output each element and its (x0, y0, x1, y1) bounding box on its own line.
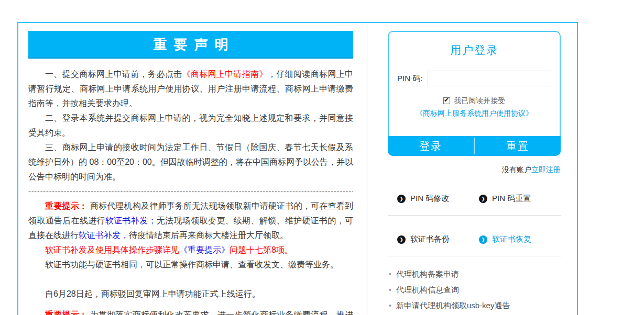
bullet-icon: • (389, 301, 391, 310)
bullet-icon: • (389, 286, 391, 294)
vertical-divider (367, 23, 367, 315)
no-account-text: 没有账户 (502, 165, 531, 174)
agency-link-item[interactable]: •代理机构信息查询 (389, 282, 561, 298)
quick-links: ❯PIN 码修改❯PIN 码重置❯软证书备份❯软证书恢复 (388, 194, 561, 256)
declaration-content: 一、提交商标网上申请前，务必点击《商标网上申请指南》，仔细阅读商标网上申请暂行规… (28, 67, 353, 315)
agency-link-item[interactable]: •新申请代理机构领取usb-key通告 (389, 298, 561, 313)
bullet-icon: • (389, 270, 391, 278)
sidebar: 用户登录 PIN 码: 我已阅读并接受 《商标网上服务系统用户使用协议》 登录 … (388, 31, 561, 315)
agency-link-label: 代理机构信息查询 (396, 285, 459, 295)
quick-link-item[interactable]: ❯软证书备份 (397, 234, 479, 244)
declaration-paragraph: 三、商标网上申请的接收时间为法定工作日、节假日（除国庆、春节七天长假及系统维护日… (28, 140, 353, 184)
text-segment: 问题十七第8项。 (230, 245, 293, 254)
text-segment: 软证书功能与硬证书相同，可以正常操作商标申请、查看收发文、缴费等业务。 (45, 260, 339, 269)
agree-row: 我已阅读并接受 (389, 96, 560, 106)
quick-link-label: PIN 码修改 (410, 194, 449, 204)
declaration-paragraph: 二、登录本系统并提交商标网上申请的，视为完全知晓上述规定和要求，并同意接受其约束… (28, 111, 353, 140)
reset-button[interactable]: 重置 (475, 136, 561, 156)
text-segment: 待疫情结束后再来商标大楼注册大厅领取。 (129, 231, 288, 240)
blue-inline-link[interactable]: 软证书补发， (79, 231, 129, 240)
declaration-paragraph: 软证书功能与硬证书相同，可以正常操作商标申请、查看收发文、缴费等业务。 (28, 257, 353, 272)
text-segment: 软证书补发及使用具体操作步骤详见 (45, 245, 179, 254)
quick-link-row: ❯软证书备份❯软证书恢复 (397, 234, 561, 244)
text-segment: 一、提交商标网上申请前，务必点击 (45, 70, 182, 78)
quick-link-item[interactable]: ❯PIN 码修改 (397, 194, 479, 204)
agency-link-list: •代理机构备案申请•代理机构信息查询•新申请代理机构领取usb-key通告•代理… (389, 266, 561, 315)
dashed-separator: ----------------------------------------… (28, 187, 353, 196)
agree-checkbox-checked-icon[interactable] (443, 97, 450, 104)
text-segment: 自6月28日起，商标驳回复审网上申请功能正式上线运行。 (45, 289, 260, 298)
declaration-paragraph: 重要提示： 商标代理机构及律师事务所无法现场领取新申请硬证书的，可在查看到领取通… (28, 199, 353, 243)
agency-link-label: 新申请代理机构领取usb-key通告 (396, 301, 510, 311)
declaration-paragraph: 软证书补发及使用具体操作步骤详见《重要提示》问题十七第8项。 (28, 243, 353, 257)
agency-link-label: 代理机构备案申请 (396, 269, 459, 279)
login-title: 用户登录 (389, 43, 560, 58)
quick-link-label: 软证书恢复 (492, 234, 531, 244)
page-container: 重要声明 一、提交商标网上申请前，务必点击《商标网上申请指南》，仔细阅读商标网上… (17, 22, 578, 315)
register-link[interactable]: 立即注册 (531, 165, 561, 174)
quick-link-label: 软证书备份 (410, 234, 450, 244)
pin-label: PIN 码: (397, 74, 422, 84)
pin-input[interactable] (428, 71, 551, 86)
pin-row: PIN 码: (397, 71, 560, 86)
quick-link-row: ❯PIN 码修改❯PIN 码重置 (397, 194, 561, 204)
arrow-circle-icon: ❯ (479, 235, 487, 244)
declaration-paragraph: 自6月28日起，商标驳回复审网上申请功能正式上线运行。 (28, 287, 353, 301)
arrow-circle-icon: ❯ (397, 235, 406, 244)
arrow-circle-icon: ❯ (397, 195, 406, 203)
register-row: 没有账户立即注册 (388, 165, 561, 175)
arrow-circle-icon: ❯ (479, 195, 487, 203)
red-inline-link[interactable]: 《商标网上申请指南》 (182, 70, 268, 78)
agree-label: 我已阅读并接受 (454, 96, 505, 105)
horizontal-separator (388, 215, 561, 216)
blue-inline-link[interactable]: 《重要提示》 (179, 245, 230, 254)
horizontal-separator (388, 256, 561, 256)
blue-inline-link[interactable]: 软证书补发； (105, 216, 157, 225)
declaration-paragraph: 重要提示： 为贯彻落实商标便利化改革要求，进一步简化商标业务缴费流程，推进财政票… (28, 308, 353, 315)
text-segment: 重要提示： (45, 201, 88, 210)
login-button[interactable]: 登录 (388, 136, 474, 156)
quick-link-label: PIN 码重置 (492, 194, 531, 204)
declaration-section: 重要声明 一、提交商标网上申请前，务必点击《商标网上申请指南》，仔细阅读商标网上… (18, 23, 368, 315)
quick-link-item[interactable]: ❯PIN 码重置 (479, 194, 561, 204)
text-segment: 二、登录本系统并提交商标网上申请的，视为完全知晓上述规定和要求，并同意接受其约束… (28, 114, 353, 137)
text-segment: 三、商标网上申请的接收时间为法定工作日、节假日（除国庆、春节七天长假及系统维护日… (28, 143, 353, 181)
login-panel: 用户登录 PIN 码: 我已阅读并接受 《商标网上服务系统用户使用协议》 登录 … (388, 31, 561, 156)
quick-link-item[interactable]: ❯软证书恢复 (479, 234, 561, 244)
login-button-bar: 登录 重置 (388, 136, 561, 156)
declaration-paragraph: 一、提交商标网上申请前，务必点击《商标网上申请指南》，仔细阅读商标网上申请暂行规… (28, 67, 353, 111)
agreement-link[interactable]: 《商标网上服务系统用户使用协议》 (389, 109, 560, 118)
agency-link-item[interactable]: •代理机构备案申请 (389, 266, 561, 282)
text-segment: 重要提示： (45, 310, 88, 315)
page-title: 重要声明 (28, 31, 353, 59)
